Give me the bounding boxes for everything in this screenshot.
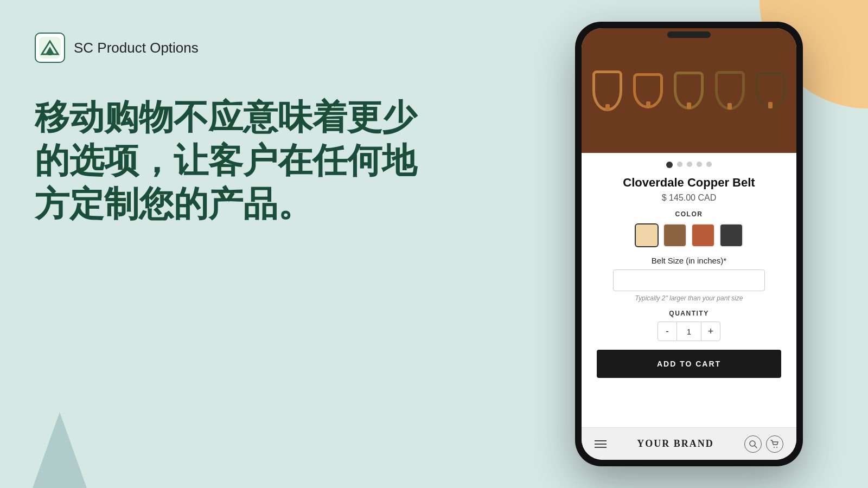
belt-image-sim	[582, 28, 796, 153]
swatch-tan[interactable]	[663, 223, 687, 247]
product-content: Cloverdale Copper Belt $ 145.00 CAD COLO…	[582, 153, 796, 427]
product-price: $ 145.00 CAD	[592, 193, 786, 203]
product-image	[582, 28, 796, 153]
buckle-3	[674, 72, 704, 110]
add-to-cart-button[interactable]: ADD TO CART	[597, 350, 781, 378]
nav-icons-right	[744, 435, 783, 453]
dot-1[interactable]	[666, 162, 673, 168]
buckle-2	[633, 73, 663, 108]
headline: 移动购物不应意味着更少的选项，让客户在任何地方定制您的产品。	[35, 95, 425, 226]
swatch-cream[interactable]	[635, 223, 659, 247]
phone-mockup: Cloverdale Copper Belt $ 145.00 CAD COLO…	[575, 22, 803, 466]
brand-name: YOUR BRAND	[637, 438, 714, 450]
quantity-label: QUANTITY	[592, 310, 786, 317]
deco-bottom-left	[33, 412, 87, 488]
quantity-minus-button[interactable]: -	[658, 322, 677, 341]
carousel-dots	[592, 162, 786, 168]
quantity-plus-button[interactable]: +	[701, 322, 720, 341]
hamburger-icon[interactable]	[595, 440, 607, 448]
color-label: COLOR	[592, 210, 786, 218]
product-title: Cloverdale Copper Belt	[592, 176, 786, 190]
swatch-dark[interactable]	[719, 223, 743, 247]
app-header: SC Product Options	[35, 33, 425, 63]
buckle-5	[756, 72, 786, 109]
dot-4[interactable]	[697, 162, 702, 167]
svg-line-5	[755, 446, 757, 448]
swatch-rust[interactable]	[691, 223, 715, 247]
app-logo-svg	[39, 37, 61, 59]
dot-3[interactable]	[687, 162, 692, 167]
belt-size-label: Belt Size (in inches)*	[592, 256, 786, 265]
phone-notch	[667, 31, 711, 38]
buckle-1	[592, 70, 622, 111]
phone-bottom-nav: YOUR BRAND	[582, 427, 796, 460]
dot-5[interactable]	[706, 162, 712, 167]
belt-size-input[interactable]	[613, 269, 765, 291]
cart-icon[interactable]	[766, 435, 783, 453]
app-name: SC Product Options	[74, 40, 199, 56]
buckle-4	[715, 71, 745, 110]
color-swatches	[592, 223, 786, 247]
phone-screen: Cloverdale Copper Belt $ 145.00 CAD COLO…	[582, 28, 796, 460]
svg-rect-3	[48, 52, 52, 55]
svg-point-6	[774, 447, 775, 448]
svg-point-7	[776, 447, 777, 448]
left-content: SC Product Options 移动购物不应意味着更少的选项，让客户在任何…	[35, 33, 425, 226]
dot-2[interactable]	[677, 162, 682, 167]
search-icon[interactable]	[744, 435, 762, 453]
quantity-value: 1	[677, 322, 701, 341]
belt-size-hint: Typically 2" larger than your pant size	[592, 294, 786, 302]
quantity-control: - 1 +	[592, 322, 786, 341]
app-logo	[35, 33, 65, 63]
phone-frame: Cloverdale Copper Belt $ 145.00 CAD COLO…	[575, 22, 803, 466]
